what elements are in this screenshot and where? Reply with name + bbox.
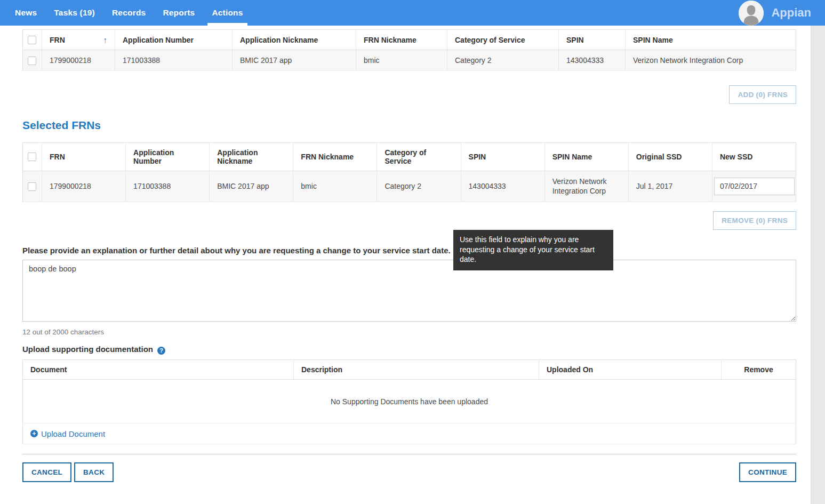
explanation-textarea[interactable]: boop de boop [22,260,796,322]
scrollbar-track[interactable] [811,26,825,504]
select-all-checkbox[interactable] [28,36,36,44]
cell-new-ssd [712,171,796,202]
character-count: 12 out of 2000 characters [22,328,796,336]
cell-application-number: 171003388 [115,50,233,70]
cell-original-ssd: Jul 1, 2017 [628,171,712,202]
column-header-application-number[interactable]: Application Number [126,142,210,171]
cell-spin-name: Verizon Network Integration Corp [626,50,796,70]
footer-divider [22,454,796,454]
row-checkbox[interactable] [28,57,36,65]
person-silhouette-icon [739,1,764,26]
cell-spin-name: Verizon Network Integration Corp [544,171,628,202]
add-frns-button[interactable]: ADD (0) FRNS [729,85,796,104]
selected-frns-header-row: FRN Application Number Application Nickn… [23,142,796,171]
selected-frn-row: 1799000218 171003388 BMIC 2017 app bmic … [23,171,796,202]
cell-spin: 143004333 [559,50,626,70]
column-header-document: Document [23,360,294,380]
available-frns-header-row: FRN ↑ Application Number Application Nic… [23,30,796,50]
plus-circle-icon: + [30,430,38,437]
cell-frn: 1799000218 [42,50,115,70]
cell-category-of-service: Category 2 [377,171,461,202]
continue-button[interactable]: CONTINUE [739,462,796,482]
user-avatar[interactable] [739,1,764,26]
upload-document-link[interactable]: + Upload Document [30,429,105,438]
column-header-frn[interactable]: FRN ↑ [42,30,115,50]
column-header-application-nickname[interactable]: Application Nickname [210,142,293,171]
appian-logo: Appian [771,6,818,20]
footer-buttons: CANCEL BACK CONTINUE [22,462,796,482]
column-header-frn[interactable]: FRN [42,142,126,171]
column-header-spin[interactable]: SPIN [559,30,626,50]
selected-frns-table: FRN Application Number Application Nickn… [22,142,796,203]
cancel-button[interactable]: CANCEL [22,462,71,482]
help-icon[interactable]: ? [157,347,165,355]
nav-tab-actions[interactable]: Actions [203,0,251,26]
nav-tab-records[interactable]: Records [103,0,154,26]
cell-application-number: 171003388 [126,171,210,202]
column-header-application-number[interactable]: Application Number [115,30,233,50]
column-header-frn-nickname[interactable]: FRN Nickname [293,142,377,171]
available-frn-row: 1799000218 171003388 BMIC 2017 app bmic … [23,50,796,70]
column-header-spin-name[interactable]: SPIN Name [626,30,796,50]
nav-tab-reports[interactable]: Reports [154,0,203,26]
column-header-frn-nickname[interactable]: FRN Nickname [356,30,447,50]
sort-ascending-icon: ↑ [103,35,108,44]
column-header-description: Description [294,360,539,380]
explanation-field-label-row: Please provide an explanation or further… [22,246,796,256]
no-documents-message: No Supporting Documents have been upload… [23,380,796,423]
upload-document-row: + Upload Document [23,423,796,444]
documents-empty-row: No Supporting Documents have been upload… [23,380,796,423]
documents-header-row: Document Description Uploaded On Remove [23,360,796,380]
nav-tabs: News Tasks (19) Records Reports Actions [6,0,252,26]
upload-docs-label-row: Upload supporting documentation ? [22,345,796,355]
explanation-label: Please provide an explanation or further… [22,246,451,255]
column-header-category-of-service[interactable]: Category of Service [447,30,559,50]
selected-row-checkbox[interactable] [28,182,36,191]
remove-frns-button[interactable]: REMOVE (0) FRNS [713,211,796,230]
upload-docs-label: Upload supporting documentation [22,345,153,354]
supporting-documents-table: Document Description Uploaded On Remove … [22,359,796,444]
available-frns-table: FRN ↑ Application Number Application Nic… [22,29,796,71]
top-nav: News Tasks (19) Records Reports Actions … [0,0,825,26]
column-header-new-ssd[interactable]: New SSD [712,142,796,171]
selected-frns-heading: Selected FRNs [22,119,796,132]
column-header-frn-label: FRN [50,36,65,44]
help-tooltip: Use this field to explain why you are re… [453,230,613,270]
column-header-spin-name[interactable]: SPIN Name [544,142,628,171]
main-content: FRN ↑ Application Number Application Nic… [0,26,811,504]
cell-frn-nickname: bmic [293,171,377,202]
cell-frn-nickname: bmic [356,50,447,70]
cell-application-nickname: BMIC 2017 app [233,50,356,70]
nav-right: Appian [739,0,818,26]
nav-tab-news[interactable]: News [6,0,45,26]
column-header-original-ssd[interactable]: Original SSD [628,142,712,171]
cell-category-of-service: Category 2 [447,50,559,70]
column-header-remove: Remove [722,360,796,380]
new-ssd-input[interactable] [714,178,795,195]
column-header-category-of-service[interactable]: Category of Service [377,142,461,171]
cell-spin: 143004333 [461,171,544,202]
nav-tab-tasks[interactable]: Tasks (19) [45,0,103,26]
column-header-application-nickname[interactable]: Application Nickname [233,30,356,50]
column-header-uploaded-on: Uploaded On [539,360,722,380]
cell-frn: 1799000218 [42,171,126,202]
back-button[interactable]: BACK [74,462,114,482]
upload-document-label: Upload Document [41,429,105,438]
cell-application-nickname: BMIC 2017 app [210,171,293,202]
selected-select-all-checkbox[interactable] [28,153,36,161]
column-header-spin[interactable]: SPIN [461,142,544,171]
